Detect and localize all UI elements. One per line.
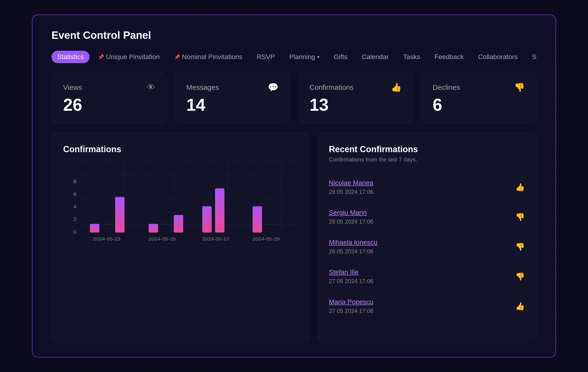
svg-text:2024-05-23: 2024-05-23	[93, 237, 120, 241]
confirmation-name[interactable]: Mihaela Ionescu	[329, 239, 377, 246]
svg-text:8: 8	[73, 179, 76, 184]
confirmation-item: Maria Popescu 27 05 2024 17:06 👍	[329, 291, 525, 321]
svg-rect-15	[90, 224, 99, 232]
stat-label: Confirmations	[309, 83, 354, 92]
stat-card-views: Views 👁 26	[52, 73, 167, 123]
svg-rect-21	[202, 206, 211, 233]
confirmation-name[interactable]: Stefan Ilie	[329, 269, 373, 276]
confirmation-date: 27 05 2024 17:06	[329, 308, 373, 314]
stat-icon-declines: 👎	[514, 83, 525, 93]
nav-label: Nominal Pinvitations	[182, 53, 242, 61]
nav-label: RSVP	[257, 53, 275, 61]
thumbs-down-icon: 👎	[515, 272, 525, 281]
stat-header: Declines 👎	[433, 83, 525, 93]
nav-item-nominal-pinvitations[interactable]: 📌Nominal Pinvitations	[168, 51, 248, 63]
confirmation-date: 28 05 2024 17:06	[329, 218, 373, 225]
pin-icon: 📌	[174, 54, 180, 60]
nav-label: Calendar	[362, 53, 389, 61]
confirmation-info: Maria Popescu 27 05 2024 17:06	[329, 298, 373, 314]
main-panel: Event Control Panel Statistics📌Unique Pi…	[32, 15, 556, 357]
svg-text:2024-05-29: 2024-05-29	[252, 237, 280, 241]
nav-label: Feedback	[434, 53, 464, 61]
stat-value-views: 26	[63, 96, 155, 113]
confirmation-name[interactable]: Sergiu Marin	[329, 209, 373, 217]
nav-item-statistics[interactable]: Statistics	[52, 51, 90, 63]
nav-item-collaborators[interactable]: Collaborators	[472, 51, 524, 63]
svg-rect-16	[103, 224, 113, 224]
nav-label: Collaborators	[478, 53, 518, 61]
stats-row: Views 👁 26 Messages 💬 14 Confirmations 👍…	[52, 73, 536, 123]
nav-item-calendar[interactable]: Calendar	[356, 51, 395, 63]
stat-value-confirmations: 13	[309, 96, 402, 113]
stat-card-declines: Declines 👎 6	[421, 73, 536, 123]
stat-card-confirmations: Confirmations 👍 13	[298, 73, 413, 123]
stat-header: Messages 💬	[186, 83, 279, 93]
nav-label: Statistics	[57, 53, 84, 61]
confirmation-name[interactable]: Nicolae Manea	[329, 179, 373, 187]
confirmation-item: Stefan Ilie 27 05 2024 17:06 👎	[329, 262, 525, 291]
nav-item-settings[interactable]: Settings	[526, 51, 536, 63]
stat-header: Confirmations 👍	[309, 83, 402, 93]
recent-title: Recent Confirmations	[329, 144, 525, 154]
svg-text:6: 6	[73, 191, 76, 197]
svg-text:2024-05-25: 2024-05-25	[148, 237, 176, 241]
stat-icon-views: 👁	[147, 83, 155, 93]
confirmation-date: 27 05 2024 17:06	[329, 278, 373, 285]
nav-label: Gifts	[334, 53, 348, 61]
stat-label: Declines	[433, 83, 460, 92]
thumbs-down-icon: 👎	[515, 242, 525, 251]
chevron-down-icon: ▾	[317, 54, 319, 60]
chart-area: 0 2 4 6 8	[63, 156, 298, 256]
panel-title: Event Control Panel	[52, 29, 536, 41]
nav-bar: Statistics📌Unique Pinvitation📌Nominal Pi…	[52, 51, 536, 63]
confirmation-date: 28 05 2024 17:06	[329, 189, 373, 195]
pin-icon: 📌	[98, 54, 104, 60]
confirmation-item: Sergiu Marin 28 05 2024 17:06 👎	[329, 202, 525, 232]
stat-icon-confirmations: 👍	[391, 83, 402, 93]
confirmation-info: Nicolae Manea 28 05 2024 17:06	[329, 179, 373, 195]
nav-item-unique-pinvitation[interactable]: 📌Unique Pinvitation	[93, 51, 166, 63]
confirmation-date: 28 05 2024 17:06	[329, 248, 377, 255]
bar-chart: 0 2 4 6 8	[63, 156, 298, 256]
nav-label: Settings	[532, 53, 536, 61]
stat-card-messages: Messages 💬 14	[175, 73, 290, 123]
nav-item-rsvp[interactable]: RSVP	[251, 51, 280, 63]
confirmation-info: Mihaela Ionescu 28 05 2024 17:06	[329, 239, 377, 255]
stat-label: Views	[63, 83, 82, 92]
svg-rect-19	[161, 224, 171, 224]
svg-rect-18	[149, 224, 158, 232]
svg-rect-20	[174, 215, 183, 232]
svg-rect-23	[252, 206, 262, 233]
confirmation-item: Nicolae Manea 28 05 2024 17:06 👍	[329, 172, 525, 202]
stat-header: Views 👁	[63, 83, 155, 93]
confirmation-info: Sergiu Marin 28 05 2024 17:06	[329, 209, 373, 225]
svg-rect-22	[215, 188, 224, 233]
nav-item-planning[interactable]: Planning▾	[284, 51, 325, 63]
stat-icon-messages: 💬	[268, 83, 279, 93]
stat-value-declines: 6	[433, 96, 525, 113]
thumbs-up-icon: 👍	[515, 302, 525, 311]
svg-rect-17	[115, 197, 124, 232]
confirmation-info: Stefan Ilie 27 05 2024 17:06	[329, 269, 373, 285]
confirmations-list: Nicolae Manea 28 05 2024 17:06 👍 Sergiu …	[329, 172, 525, 321]
recent-subtitle: Confirmations from the last 7 days.	[329, 156, 525, 163]
nav-label: Unique Pinvitation	[106, 53, 160, 61]
stat-label: Messages	[186, 83, 219, 92]
main-content: Confirmations	[52, 133, 536, 343]
recent-card: Recent Confirmations Confirmations from …	[317, 133, 536, 343]
svg-text:2024-05-27: 2024-05-27	[202, 237, 230, 241]
svg-text:0: 0	[73, 229, 76, 235]
svg-text:2: 2	[73, 217, 76, 222]
thumbs-down-icon: 👎	[515, 212, 525, 221]
confirmation-name[interactable]: Maria Popescu	[329, 298, 373, 306]
nav-item-feedback[interactable]: Feedback	[429, 51, 469, 63]
svg-text:4: 4	[73, 204, 76, 210]
chart-title: Confirmations	[63, 144, 298, 154]
stat-value-messages: 14	[186, 96, 279, 113]
svg-rect-24	[265, 224, 275, 224]
nav-label: Planning	[289, 53, 315, 61]
chart-card: Confirmations	[52, 133, 309, 343]
nav-item-gifts[interactable]: Gifts	[328, 51, 353, 63]
nav-label: Tasks	[403, 53, 420, 61]
nav-item-tasks[interactable]: Tasks	[397, 51, 426, 63]
